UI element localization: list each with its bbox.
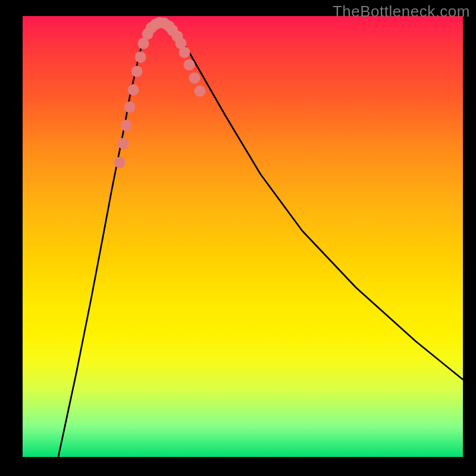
plot-area <box>23 16 463 457</box>
highlight-dot <box>179 47 190 58</box>
highlight-dot <box>124 102 136 113</box>
highlight-dot <box>118 138 129 149</box>
bottleneck-curve <box>58 23 463 457</box>
highlight-dot <box>128 84 139 96</box>
highlight-dot <box>114 157 126 168</box>
highlight-dot <box>131 66 143 77</box>
chart-frame: TheBottleneck.com <box>0 0 476 476</box>
highlight-dot <box>189 73 201 84</box>
watermark-text: TheBottleneck.com <box>333 2 470 21</box>
highlight-dot <box>135 52 146 63</box>
highlight-dot <box>195 86 206 97</box>
highlight-dot <box>121 120 132 131</box>
highlight-dot <box>184 60 195 71</box>
chart-svg <box>23 16 463 457</box>
highlight-dots-group <box>114 17 206 168</box>
